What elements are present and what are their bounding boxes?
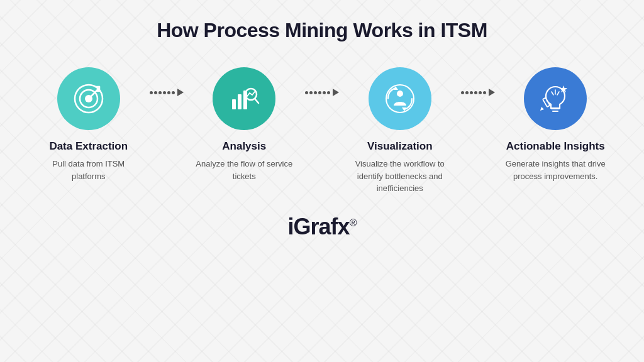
actionable-insights-title: Actionable Insights	[506, 140, 605, 153]
arrow-3	[456, 67, 500, 96]
page-title: How Process Mining Works in ITSM	[157, 19, 487, 42]
dot	[172, 91, 175, 94]
step-actionable-insights: Actionable Insights Generate insights th…	[500, 67, 612, 182]
lightbulb-icon	[538, 82, 572, 116]
dot	[314, 91, 317, 94]
dot	[305, 91, 308, 94]
analysis-icon-circle	[213, 67, 275, 130]
dot	[158, 91, 162, 94]
svg-rect-7	[232, 99, 236, 109]
dot	[150, 91, 153, 94]
data-extraction-title: Data Extraction	[49, 140, 128, 153]
svg-point-12	[386, 85, 414, 112]
dot	[474, 91, 477, 94]
dotted-arrow-1	[150, 89, 184, 96]
step-analysis: Analysis Analyze the flow of service tic…	[189, 67, 301, 182]
dot	[465, 91, 469, 94]
svg-rect-8	[238, 94, 242, 109]
arrow-head	[333, 89, 339, 96]
brand-footer: iGrafx®	[288, 214, 357, 240]
svg-line-19	[552, 92, 553, 95]
data-extraction-icon-circle	[57, 67, 120, 130]
svg-line-11	[255, 99, 258, 103]
dot	[167, 91, 170, 94]
actionable-insights-icon-circle	[524, 67, 587, 130]
dot	[483, 91, 486, 94]
main-container: How Process Mining Works in ITSM Data Ex…	[0, 0, 644, 362]
dot	[309, 91, 313, 94]
person-flow-icon	[383, 82, 417, 116]
dot	[318, 91, 321, 94]
visualization-icon-circle	[369, 67, 431, 130]
arrow-1	[145, 67, 189, 96]
analysis-desc: Analyze the flow of service tickets	[194, 158, 294, 182]
actionable-insights-desc: Generate insights that drive process imp…	[505, 158, 606, 182]
steps-row: Data Extraction Pull data from ITSM plat…	[33, 67, 611, 195]
data-extraction-desc: Pull data from ITSM platforms	[38, 158, 139, 182]
dot	[163, 91, 166, 94]
dotted-arrow-2	[305, 89, 339, 96]
arrow-head	[177, 89, 184, 96]
brand-name: iGrafx	[288, 214, 350, 239]
dot	[470, 91, 473, 94]
dot	[154, 91, 157, 94]
analysis-title: Analysis	[222, 140, 266, 153]
arrow-2	[300, 67, 344, 96]
dot	[323, 91, 326, 94]
visualization-desc: Visualize the workflow to identify bottl…	[350, 158, 450, 195]
visualization-title: Visualization	[367, 140, 433, 153]
dot	[479, 91, 482, 94]
dot	[327, 91, 330, 94]
svg-line-20	[557, 92, 559, 95]
dot	[461, 91, 464, 94]
dotted-arrow-3	[461, 89, 495, 96]
arrow-head	[489, 89, 495, 96]
brand-trademark: ®	[350, 217, 357, 228]
chart-icon	[227, 82, 261, 116]
target-icon	[72, 82, 106, 116]
step-visualization: Visualization Visualize the workflow to …	[344, 67, 456, 195]
svg-point-13	[397, 90, 403, 97]
step-data-extraction: Data Extraction Pull data from ITSM plat…	[33, 67, 145, 182]
